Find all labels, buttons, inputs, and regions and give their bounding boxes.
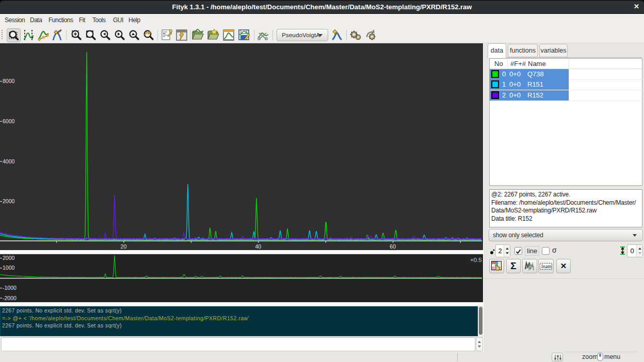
svg-text:1000: 1000 xyxy=(3,265,15,271)
svg-text:Inam: Inam xyxy=(541,264,552,269)
svg-text:40: 40 xyxy=(255,243,261,250)
svg-text:20: 20 xyxy=(121,243,127,250)
svg-text:8000: 8000 xyxy=(3,78,15,84)
svg-text:4000: 4000 xyxy=(3,158,15,164)
svg-text:-1000: -1000 xyxy=(3,285,17,291)
svg-text:2000: 2000 xyxy=(3,198,15,204)
svg-text:2000: 2000 xyxy=(3,255,15,261)
svg-text:6000: 6000 xyxy=(3,118,15,124)
svg-text:60: 60 xyxy=(390,243,396,250)
svg-text:×0.5: ×0.5 xyxy=(470,257,482,263)
svg-text:-2000: -2000 xyxy=(3,295,17,301)
